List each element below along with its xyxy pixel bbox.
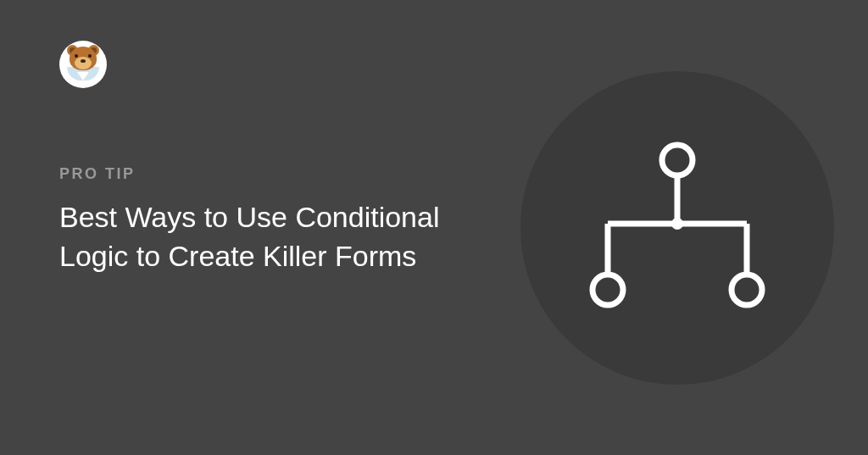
- illustration-circle: [520, 71, 834, 385]
- text-content: PRO TIP Best Ways to Use Conditional Log…: [59, 165, 483, 276]
- branch-logic-icon: [576, 126, 779, 330]
- eyebrow-label: PRO TIP: [59, 165, 483, 183]
- bear-mascot-icon: [64, 45, 103, 84]
- svg-point-0: [662, 145, 693, 175]
- article-title: Best Ways to Use Conditional Logic to Cr…: [59, 198, 483, 276]
- svg-point-7: [732, 275, 762, 305]
- svg-point-6: [593, 275, 623, 305]
- brand-logo: [59, 41, 107, 88]
